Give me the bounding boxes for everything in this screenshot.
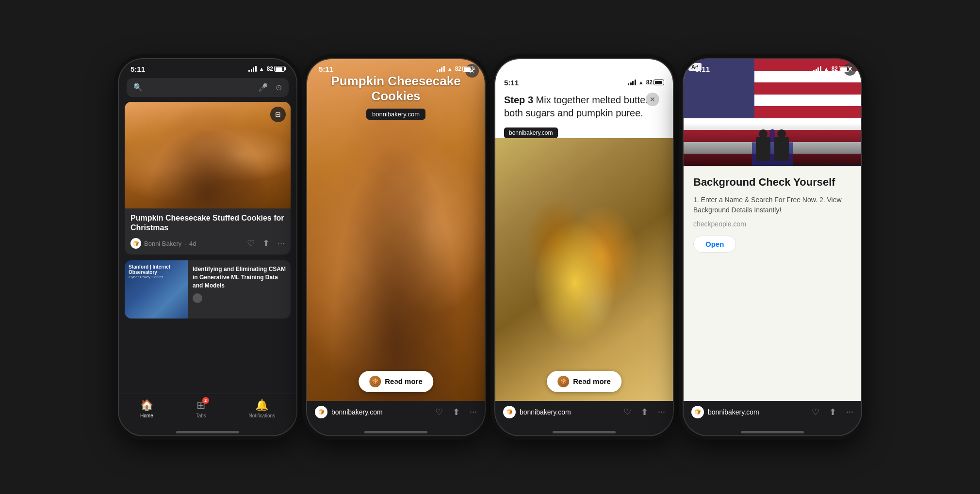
status-icons-3: ▲ 82 <box>628 79 664 86</box>
more-icon-3[interactable]: ··· <box>658 407 665 417</box>
article-actions-3: ♡ ⬆ ··· <box>623 407 665 417</box>
bottom-source-info-3: 🍞 bonnibakery.com <box>503 406 571 418</box>
article-bottom-bar-2: 🍞 bonnibakery.com ♡ ⬆ ··· <box>307 401 485 428</box>
stanford-logo: Stanford | Internet Observatory Cyber Po… <box>129 264 184 279</box>
read-more-label-2: Read more <box>385 377 423 385</box>
status-time-2: 5:11 <box>319 65 333 73</box>
tabs-badge: 2 <box>202 397 209 404</box>
article-bottom-bar-4: 🍞 bonnibakery.com ♡ ⬆ ··· <box>684 401 861 428</box>
ad-domain: checkpeople.com <box>693 220 851 228</box>
signal-icon-3 <box>628 80 636 85</box>
stanford-name: Stanford | Internet Observatory <box>129 264 184 275</box>
step-number: Step 3 <box>504 95 533 105</box>
status-time-4: 5:11 <box>695 65 710 73</box>
card-time-1: 4d <box>189 240 196 247</box>
notifications-icon: 🔔 <box>255 399 268 412</box>
feed-card-cookies[interactable]: ⊟ Pumpkin Cheesecake Stuffed Cookies for… <box>125 102 291 255</box>
battery-3: 82 <box>646 79 664 86</box>
card-info-1: Pumpkin Cheesecake Stuffed Cookies for C… <box>125 208 291 255</box>
battery-4: 82 <box>832 65 849 72</box>
avatar-1: 🍞 <box>131 238 141 249</box>
status-icons-1: ▲ 82 <box>248 65 285 72</box>
article-overlay: Pumpkin Cheesecake Cookies bonnibakery.c… <box>307 59 485 401</box>
heart-icon-2[interactable]: ♡ <box>435 407 443 417</box>
card-meta-1: 🍞 Bonni Bakery · 4d ♡ ⬆ ··· <box>131 238 285 249</box>
phone-1: 5:11 ▲ 82 🔍 🎤 ⊙ ⊟ Pumpkin Chee <box>118 58 297 436</box>
tab-bar: 🏠 Home ⊞ 2 Tabs 🔔 Notifications <box>119 394 296 428</box>
heart-icon[interactable]: ♡ <box>247 238 255 249</box>
more-icon[interactable]: ··· <box>278 239 285 249</box>
search-bar[interactable]: 🔍 🎤 ⊙ <box>127 78 289 97</box>
tab-notifications[interactable]: 🔔 Notifications <box>249 399 275 418</box>
person-figures <box>756 137 789 161</box>
tab-home-label: Home <box>140 413 153 418</box>
phone-2: 5:11 ▲ 82 Pumpkin Cheesecake Cookies bon… <box>306 58 486 436</box>
status-time-1: 5:11 <box>131 65 145 73</box>
signal-icon-2 <box>437 66 445 72</box>
tab-notifications-label: Notifications <box>249 413 275 418</box>
bottom-source-info-4: 🍞 bonnibakery.com <box>691 406 759 418</box>
bottom-source-name-4: bonnibakery.com <box>708 408 759 416</box>
share-icon-3[interactable]: ⬆ <box>641 407 648 417</box>
phone-3: 5:11 ▲ 82 <box>494 58 674 436</box>
wifi-icon-4: ▲ <box>824 66 829 72</box>
figure-2 <box>774 137 789 161</box>
ad-open-button[interactable]: Open <box>693 236 736 253</box>
card-title-1: Pumpkin Cheesecake Stuffed Cookies for C… <box>131 213 285 234</box>
camera-icon[interactable]: ⊙ <box>276 83 282 92</box>
step-header: 5:11 ▲ 82 <box>495 59 673 138</box>
heart-icon-4[interactable]: ♡ <box>812 407 819 417</box>
bottom-avatar-4: 🍞 <box>691 406 704 418</box>
step-status-row: 5:11 ▲ 82 <box>504 79 664 89</box>
wifi-icon-2: ▲ <box>447 66 453 72</box>
cookie-icon-3: 🍪 <box>557 376 569 387</box>
stanford-title: Identifying and Eliminating CSAM in Gene… <box>193 265 286 289</box>
step-text: Step 3 Mix together melted butter, both … <box>504 89 664 123</box>
more-icon-4[interactable]: ··· <box>846 407 853 417</box>
cyber-policy: Cyber Policy Center <box>129 275 184 279</box>
signal-icon-4 <box>813 66 821 72</box>
ad-body: 1. Enter a Name & Search For Free Now. 2… <box>693 195 851 215</box>
home-indicator-2 <box>364 431 427 433</box>
stanford-card-image: Stanford | Internet Observatory Cyber Po… <box>125 260 188 319</box>
share-icon[interactable]: ⬆ <box>262 238 270 249</box>
tab-tabs[interactable]: ⊞ 2 Tabs <box>196 399 206 418</box>
ad-text-content: Background Check Yourself 1. Enter a Nam… <box>684 166 861 401</box>
wifi-icon: ▲ <box>259 66 264 72</box>
status-bar-2: 5:11 ▲ 82 <box>307 59 485 76</box>
cookie-icon-2: 🍪 <box>369 376 381 387</box>
bottom-avatar-2: 🍞 <box>315 406 327 418</box>
bottom-source-name-2: bonnibakery.com <box>331 408 383 416</box>
battery-2: 82 <box>455 65 473 72</box>
article-title: Pumpkin Cheesecake Cookies <box>322 74 470 104</box>
signal-icon <box>248 66 257 72</box>
article-full-image: Pumpkin Cheesecake Cookies bonnibakery.c… <box>307 59 485 401</box>
source-time-1: · <box>184 240 186 247</box>
feed-card-stanford[interactable]: Stanford | Internet Observatory Cyber Po… <box>125 260 291 319</box>
article-actions-2: ♡ ⬆ ··· <box>435 407 477 417</box>
step-bowl-image: 🍪 Read more ⌃ <box>495 138 673 401</box>
article-bottom-bar-3: 🍞 bonnibakery.com ♡ ⬆ ··· <box>495 401 673 428</box>
home-indicator-1 <box>176 431 239 433</box>
stanford-content: Identifying and Eliminating CSAM in Gene… <box>188 260 291 319</box>
status-bar-1: 5:11 ▲ 82 <box>119 59 296 76</box>
figure-1 <box>756 137 770 161</box>
more-icon-2[interactable]: ··· <box>470 407 477 417</box>
bottom-source-info-2: 🍞 bonnibakery.com <box>315 406 383 418</box>
bottom-source-name-3: bonnibakery.com <box>520 408 571 416</box>
bookmark-icon[interactable]: ⊟ <box>270 107 286 122</box>
home-indicator-3 <box>553 431 616 433</box>
source-name-1: Bonni Bakery <box>144 240 181 247</box>
article-actions-4: ♡ ⬆ ··· <box>812 407 853 417</box>
tab-home[interactable]: 🏠 Home <box>140 399 153 418</box>
article-header: Pumpkin Cheesecake Cookies bonnibakery.c… <box>307 74 485 120</box>
share-icon-2[interactable]: ⬆ <box>453 407 460 417</box>
share-icon-4[interactable]: ⬆ <box>829 407 836 417</box>
mic-icon[interactable]: 🎤 <box>258 83 268 92</box>
heart-icon-3[interactable]: ♡ <box>623 407 631 417</box>
author-avatar <box>193 293 202 303</box>
close-button-3[interactable]: ✕ <box>646 93 659 106</box>
status-icons-2: ▲ 82 <box>437 65 473 72</box>
bottom-avatar-3: 🍞 <box>503 406 516 418</box>
home-indicator-4 <box>741 431 804 433</box>
